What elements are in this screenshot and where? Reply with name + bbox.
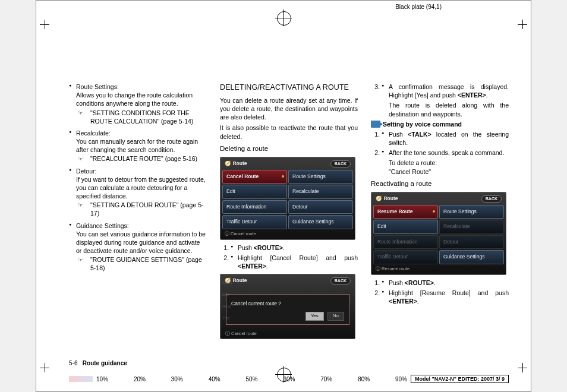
print-scale: 10% 20% 30% 40% 50% 60% 70% 80% 90% Mode… [69,375,509,383]
pointer-icon: ☞ [77,201,83,210]
screen-title: 🧭 Route [225,160,247,167]
page-footer: 5-6 Route guidance [69,360,509,366]
voice-steps: Push <TALK> located on the steering swit… [371,130,509,176]
column-middle: DELETING/REACTIVATING A ROUTE You can de… [220,83,358,343]
feature-item: Route Settings: Allows you to change the… [69,83,207,125]
menu-detour[interactable]: Detour [288,200,353,214]
menu-guidance-settings[interactable]: Guidance Settings [439,250,504,264]
section-name: Route guidance [83,360,127,366]
menu-route-info[interactable]: Route Information [222,200,287,214]
procedure-steps: Push <ROUTE>. Highlight [Resume Route] a… [371,279,509,306]
feature-item: Guidance Settings: You can set various g… [69,222,207,273]
dimmed-menu: Canc Edit Rout Traf [222,276,233,324]
menu-route-settings[interactable]: Route Settings [288,170,353,184]
menu-recalculate[interactable]: Recalculate [288,185,353,198]
color-bar [69,376,93,382]
feature-title: Route Settings: [76,83,119,90]
menu-edit[interactable]: Edit [222,185,287,198]
nav-screenshot-confirm: 🧭 Route BACK Canc Edit Rout Traf Cancel … [220,274,355,339]
cross-reference: ☞"SETTING CONDITIONS FOR THE ROUTE CALCU… [76,109,207,125]
confirm-dialog: Cancel current route ? Yes No [226,294,349,325]
step: Push <ROUTE>. [382,279,509,287]
column-left: Route Settings: Allows you to change the… [69,83,207,343]
feature-body: You can set various guidance information… [76,230,206,254]
feature-body: If you want to detour from the suggested… [76,176,206,200]
procedure-steps: Push <ROUTE>. Highlight [Cancel Route] a… [220,244,358,271]
menu-recalculate: Recalculate [439,220,504,233]
feature-body: Allows you to change the route calculati… [76,91,193,107]
nav-screenshot-route: 🧭 Route BACK Cancel Route Route Settings… [220,157,355,239]
menu-route-settings[interactable]: Route Settings [439,205,504,219]
crop-mark [40,20,49,29]
screen-hint: ⓘ Resume route [373,264,504,273]
screen-title: 🧭 Route [376,195,398,202]
feature-title: Guidance Settings: [76,222,129,229]
step: Push <TALK> located on the steering swit… [382,130,509,147]
voice-extra: "Cancel Route" [389,167,509,176]
page-number: 5-6 [69,360,77,366]
back-button[interactable]: BACK [330,277,351,284]
content-columns: Route Settings: Allows you to change the… [69,83,509,343]
step: After the tone sounds, speak a command. … [382,148,509,176]
feature-item: Detour: If you want to detour from the s… [69,167,207,218]
pointer-icon: ☞ [77,109,83,118]
menu-route-info: Route Information [373,235,438,249]
percent-scale: 10% 20% 30% 40% 50% 60% 70% 80% 90% [96,376,407,382]
menu-guidance-settings[interactable]: Guidance Settings [288,215,353,229]
feature-item: Recalculate: You can manually search for… [69,129,207,163]
step: Highlight [Cancel Route] and push <ENTER… [231,254,358,270]
menu-cancel-route[interactable]: Cancel Route [222,170,287,184]
no-button[interactable]: No [327,312,344,321]
menu-detour: Detour [439,235,504,249]
pointer-icon: ☞ [77,255,83,264]
feature-body: You can manually search for the route ag… [76,138,198,153]
section-heading: DELETING/REACTIVATING A ROUTE [220,83,358,93]
subsection-heading: Deleting a route [220,144,358,154]
screen-hint: ⓘ Cancel route [223,329,259,337]
paragraph: It is also possible to reactivate the ro… [220,124,358,140]
menu-edit[interactable]: Edit [373,220,438,233]
plate-label: Black plate (94,1) [395,4,442,10]
screen-hint: ⓘ Cancel route [222,229,353,238]
step: Push <ROUTE>. [231,244,358,252]
voice-extra: To delete a route: [389,159,509,167]
crop-mark [518,363,527,372]
menu-traffic-detour: Traffic Detour [373,250,438,264]
step: A confirmation message is displayed. Hig… [382,83,509,118]
cross-reference: ☞"ROUTE GUIDANCE SETTINGS" (page 5-18) [76,255,207,272]
yes-button[interactable]: Yes [305,312,324,321]
cross-reference: ☞"SETTING A DETOUR ROUTE" (page 5-17) [76,201,207,217]
step-note: The route is deleted along with the dest… [389,101,509,118]
crop-mark [40,363,49,372]
menu-traffic-detour[interactable]: Traffic Detour [222,215,287,229]
feature-title: Recalculate: [76,129,111,137]
step: Highlight [Resume Route] and push <ENTER… [382,289,509,305]
feature-title: Detour: [76,167,96,175]
procedure-steps: A confirmation message is displayed. Hig… [371,83,509,118]
talk-icon [371,121,380,128]
crop-mark [518,20,527,29]
subsection-heading: Reactivating a route [371,179,509,189]
menu-resume-route[interactable]: Resume Route [373,205,438,219]
pointer-icon: ☞ [77,154,83,163]
registration-mark [277,11,290,24]
dialog-message: Cancel current route ? [231,301,344,307]
back-button[interactable]: BACK [330,160,351,167]
paragraph: You can delete a route already set at an… [220,96,358,122]
model-edition: Model "NAV2-N" EDITED: 2007/ 3/ 9 [411,375,509,383]
back-button[interactable]: BACK [481,195,502,202]
cross-reference: ☞"RECALCULATE ROUTE" (page 5-16) [76,154,207,163]
column-right: A confirmation message is displayed. Hig… [371,83,509,343]
voice-command-heading: Setting by voice command [371,120,509,128]
manual-page: Black plate (94,1) Route Settings: Allow… [36,0,531,392]
nav-screenshot-resume: 🧭 Route BACK Resume Route Route Settings… [371,192,506,274]
